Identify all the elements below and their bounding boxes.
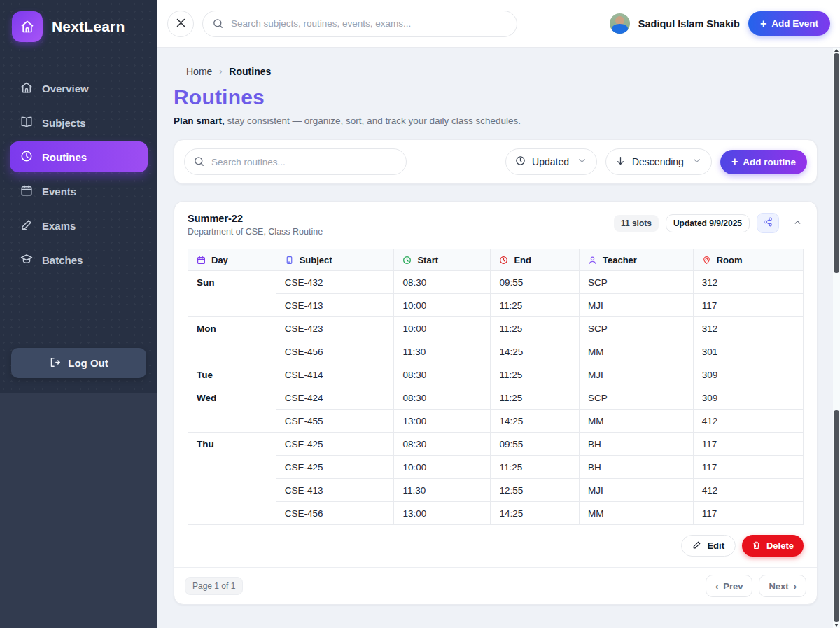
start-cell: 10:00 xyxy=(394,294,491,317)
prev-button[interactable]: ‹ Prev xyxy=(706,575,753,597)
chevron-left-icon: ‹ xyxy=(715,581,718,592)
routine-title: Summer-22 xyxy=(188,213,323,224)
sidebar-item-exams[interactable]: Exams xyxy=(10,210,148,241)
routine-search xyxy=(184,148,407,175)
page-subtitle: Plan smart, stay consistent — organize, … xyxy=(174,116,818,126)
room-cell: 117 xyxy=(693,433,803,456)
sidebar-item-label: Batches xyxy=(42,254,83,266)
room-cell: 309 xyxy=(693,363,803,386)
start-cell: 08:30 xyxy=(394,271,491,294)
subject-cell: CSE-414 xyxy=(276,363,394,386)
scrollbar-thumb[interactable] xyxy=(834,53,839,273)
add-event-label: Add Event xyxy=(771,18,818,29)
column-header-teacher: Teacher xyxy=(580,249,694,271)
table-row: MonCSE-42310:0011:25SCP312 xyxy=(188,317,804,340)
scrollbar-thumb[interactable] xyxy=(834,410,839,622)
chevron-up-icon xyxy=(793,218,802,229)
next-button[interactable]: Next › xyxy=(759,575,806,597)
page-status: Page 1 of 1 xyxy=(185,577,243,595)
teacher-cell: MM xyxy=(580,340,694,363)
scroll-up-arrow-icon[interactable] xyxy=(834,49,839,52)
subject-cell: CSE-413 xyxy=(276,294,394,317)
room-cell: 117 xyxy=(693,294,803,317)
logout-icon xyxy=(49,356,61,370)
user-name: Sadiqul Islam Shakib xyxy=(638,18,740,29)
logout-button[interactable]: Log Out xyxy=(11,348,146,378)
room-cell: 117 xyxy=(693,502,803,525)
teacher-cell: BH xyxy=(580,433,694,456)
sidebar-item-label: Exams xyxy=(42,220,76,232)
add-routine-label: Add routine xyxy=(743,157,796,167)
sidebar-item-overview[interactable]: Overview xyxy=(10,73,148,104)
chevron-right-icon: › xyxy=(794,581,797,592)
share-button[interactable] xyxy=(757,213,779,233)
table-row: SunCSE-43208:3009:55SCP312 xyxy=(188,271,804,294)
teacher-cell: MJI xyxy=(580,479,694,502)
sidebar-item-events[interactable]: Events xyxy=(10,176,148,207)
start-cell: 10:00 xyxy=(394,456,491,479)
end-cell: 09:55 xyxy=(491,433,580,456)
table-row: WedCSE-42408:3011:25SCP309 xyxy=(188,386,804,410)
delete-button[interactable]: Delete xyxy=(742,535,804,557)
table-row: CSE-45513:0014:25MM412 xyxy=(188,410,804,433)
room-cell: 312 xyxy=(693,271,803,294)
edit-button[interactable]: Edit xyxy=(681,535,736,557)
sidebar-item-routines[interactable]: Routines xyxy=(10,141,148,172)
start-cell: 13:00 xyxy=(394,502,491,525)
table-row: CSE-41310:0011:25MJI117 xyxy=(188,294,804,317)
main-area: Sadiqul Islam Shakib + Add Event Home › … xyxy=(158,0,840,628)
sidebar-item-subjects[interactable]: Subjects xyxy=(10,107,148,138)
global-search-input[interactable] xyxy=(202,11,517,37)
end-cell: 11:25 xyxy=(491,317,580,340)
vertical-scrollbar[interactable] xyxy=(833,48,840,628)
sort-field-select[interactable]: Updated xyxy=(505,148,597,175)
app-logo: NextLearn xyxy=(0,0,158,53)
page-title: Routines xyxy=(174,85,818,109)
clock-icon xyxy=(499,256,508,265)
sort-direction-select[interactable]: Descending xyxy=(606,148,712,175)
sort-direction-value: Descending xyxy=(632,156,684,167)
page-subtitle-bold: Plan smart, xyxy=(174,116,225,126)
day-cell: Thu xyxy=(188,433,276,525)
teacher-cell: MM xyxy=(580,410,694,433)
scroll-down-arrow-icon[interactable] xyxy=(834,624,839,627)
breadcrumb-current: Routines xyxy=(229,66,271,77)
room-cell: 309 xyxy=(693,386,803,410)
column-label: Day xyxy=(211,255,228,265)
sidebar-item-batches[interactable]: Batches xyxy=(10,244,148,275)
routine-search-input[interactable] xyxy=(184,148,407,175)
add-routine-button[interactable]: + Add routine xyxy=(720,150,807,174)
user-avatar[interactable] xyxy=(610,13,630,34)
add-event-button[interactable]: + Add Event xyxy=(748,11,830,36)
teacher-cell: SCP xyxy=(580,386,694,410)
teacher-cell: SCP xyxy=(580,271,694,294)
logout-label: Log Out xyxy=(68,357,108,369)
sidebar-item-label: Routines xyxy=(42,151,87,163)
teacher-cell: MJI xyxy=(580,363,694,386)
subject-cell: CSE-432 xyxy=(276,271,394,294)
close-button[interactable] xyxy=(167,11,194,37)
routine-actions: Edit Delete xyxy=(188,535,804,557)
collapse-button[interactable] xyxy=(792,216,804,230)
end-cell: 12:55 xyxy=(491,479,580,502)
room-cell: 312 xyxy=(693,317,803,340)
filter-controls: Updated Descending + Add routine xyxy=(505,148,807,175)
plus-icon: + xyxy=(760,18,766,29)
routine-header-right: 11 slots Updated 9/9/2025 xyxy=(614,213,804,233)
end-cell: 14:25 xyxy=(491,410,580,433)
subject-cell: CSE-413 xyxy=(276,479,394,502)
column-label: Subject xyxy=(300,255,332,265)
column-header-day: Day xyxy=(188,249,276,271)
pager-buttons: ‹ Prev Next › xyxy=(706,575,806,597)
table-row: ThuCSE-42508:3009:55BH117 xyxy=(188,433,804,456)
table-row: CSE-41311:3012:55MJI412 xyxy=(188,479,804,502)
app-name: NextLearn xyxy=(52,18,125,35)
subject-cell: CSE-456 xyxy=(276,502,394,525)
search-icon xyxy=(212,18,224,29)
home-icon xyxy=(20,81,33,96)
breadcrumb-home[interactable]: Home xyxy=(186,66,212,77)
column-header-subject: Subject xyxy=(276,249,394,271)
arrow-down-icon xyxy=(615,155,626,168)
teacher-cell: BH xyxy=(580,456,694,479)
room-cell: 412 xyxy=(693,410,803,433)
